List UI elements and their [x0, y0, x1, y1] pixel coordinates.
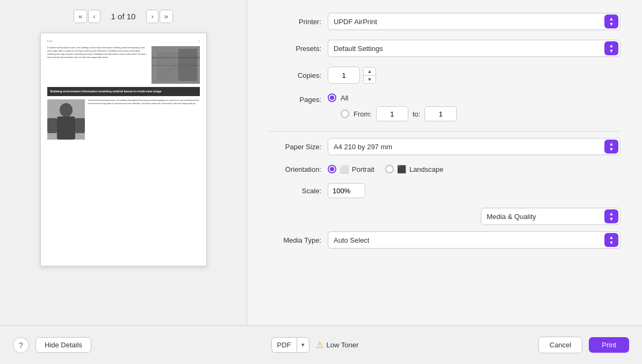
portrait-option[interactable]: ⬜ Portrait — [328, 165, 374, 173]
paper-size-row: Paper Size: A4 210 by 297 mm ▲ ▼ — [269, 138, 621, 155]
pdf-label: PDF — [272, 338, 297, 352]
preview-image-bottom — [47, 99, 85, 140]
preview-page-left: 8 of 9 — [47, 40, 53, 43]
low-toner-label: Low Toner — [327, 341, 359, 349]
copies-input[interactable] — [328, 67, 360, 84]
page-indicator: 1 of 10 — [105, 12, 142, 21]
pdf-button[interactable]: PDF ▾ — [271, 337, 309, 353]
preview-image-top — [152, 46, 200, 84]
pages-from-input[interactable] — [376, 106, 408, 121]
nav-group-back: « ‹ — [74, 10, 100, 23]
svg-point-8 — [60, 103, 73, 117]
svg-rect-10 — [47, 118, 57, 133]
radio-inner — [330, 167, 334, 171]
media-quality-select-wrapper: Media & Quality ▲ ▼ — [481, 208, 621, 225]
media-quality-header: Media & Quality ▲ ▼ — [269, 208, 621, 225]
pages-all-option[interactable]: All — [328, 93, 621, 102]
preview-title: Building environment information modelin… — [47, 87, 200, 97]
printer-row: Printer: UPDF AirPrint ▲ ▼ — [269, 13, 621, 30]
svg-rect-9 — [57, 117, 75, 140]
landscape-label: Landscape — [409, 165, 444, 173]
printer-select[interactable]: UPDF AirPrint — [328, 13, 621, 30]
pages-from-row: From: to: — [341, 106, 621, 121]
nav-group-forward: › » — [146, 10, 173, 23]
low-toner-status: ⚠ Low Toner — [316, 340, 359, 350]
scale-label: Scale: — [269, 187, 328, 195]
media-type-select[interactable]: Auto Select — [328, 231, 621, 249]
copies-increment-button[interactable]: ▲ — [364, 68, 376, 75]
landscape-option[interactable]: ⬛ Landscape — [385, 165, 444, 173]
print-button[interactable]: Print — [589, 337, 629, 353]
copies-stepper: ▲ ▼ — [363, 67, 376, 84]
radio-inner — [330, 96, 334, 100]
printer-control: UPDF AirPrint ▲ ▼ — [328, 13, 621, 30]
portrait-label: Portrait — [352, 165, 374, 173]
pages-to-label: to: — [413, 110, 420, 118]
media-type-label: Media Type: — [269, 236, 328, 244]
svg-rect-11 — [75, 118, 85, 133]
pages-to-input[interactable] — [424, 106, 457, 121]
pages-range-radio[interactable] — [341, 110, 349, 118]
navigation-bar: « ‹ 1 of 10 › » — [0, 0, 247, 33]
page-preview: 8 of 9 1 Combined with practical cases, … — [40, 33, 207, 266]
media-type-control: Auto Select ▲ ▼ — [328, 231, 621, 249]
portrait-icon: ⬜ — [340, 165, 349, 173]
media-quality-select[interactable]: Media & Quality — [481, 208, 621, 225]
landscape-icon: ⬛ — [397, 165, 406, 173]
divider-1 — [269, 131, 621, 132]
prev-page-button[interactable]: ‹ — [88, 10, 100, 23]
paper-size-label: Paper Size: — [269, 143, 328, 151]
scale-row: Scale: — [269, 183, 621, 198]
next-page-button[interactable]: › — [146, 10, 158, 23]
svg-rect-3 — [157, 52, 178, 81]
left-panel: « ‹ 1 of 10 › » 8 of 9 1 Combined with p… — [0, 0, 247, 325]
pages-control: All From: to: — [328, 93, 621, 121]
media-type-row: Media Type: Auto Select ▲ ▼ — [269, 231, 621, 249]
orientation-control: ⬜ Portrait ⬛ Landscape — [328, 165, 621, 173]
scale-control — [328, 183, 621, 198]
pdf-dropdown-icon[interactable]: ▾ — [297, 338, 309, 352]
scale-input[interactable] — [328, 183, 365, 198]
svg-rect-4 — [178, 49, 197, 81]
presets-label: Presets: — [269, 45, 328, 53]
pages-label: Pages: — [269, 96, 328, 104]
presets-control: Default Settings ▲ ▼ — [328, 40, 621, 57]
presets-select[interactable]: Default Settings — [328, 40, 621, 57]
pages-from-label: From: — [354, 110, 372, 118]
orientation-label: Orientation: — [269, 165, 328, 173]
cancel-button[interactable]: Cancel — [538, 337, 582, 353]
landscape-radio[interactable] — [385, 165, 394, 173]
first-page-button[interactable]: « — [74, 10, 87, 23]
copies-decrement-button[interactable]: ▼ — [364, 76, 376, 83]
printer-label: Printer: — [269, 18, 328, 26]
copies-label: Copies: — [269, 71, 328, 79]
paper-size-control: A4 210 by 297 mm ▲ ▼ — [328, 138, 621, 155]
pages-all-radio[interactable] — [328, 93, 336, 102]
orientation-row: Orientation: ⬜ Portrait ⬛ Landscape — [269, 165, 621, 173]
warning-icon: ⚠ — [316, 340, 323, 350]
right-panel: Printer: UPDF AirPrint ▲ ▼ Presets: — [247, 0, 642, 325]
preview-text-top: Combined with practical cases, the build… — [47, 46, 148, 84]
bottom-bar: ? Hide Details PDF ▾ ⚠ Low Toner Cancel … — [0, 325, 642, 364]
copies-control: ▲ ▼ — [328, 67, 621, 84]
portrait-radio[interactable] — [328, 165, 336, 173]
presets-row: Presets: Default Settings ▲ ▼ — [269, 40, 621, 57]
pages-row: Pages: All From: to: — [269, 93, 621, 121]
pages-all-label: All — [341, 94, 348, 102]
last-page-button[interactable]: » — [160, 10, 173, 23]
paper-size-select[interactable]: A4 210 by 297 mm — [328, 138, 621, 155]
copies-row: Copies: ▲ ▼ — [269, 67, 621, 84]
preview-text-bottom: Combined with practical cases, low-altit… — [88, 99, 200, 140]
help-button[interactable]: ? — [13, 337, 29, 353]
preview-page-right: 1 — [198, 40, 199, 43]
hide-details-button[interactable]: Hide Details — [35, 337, 91, 353]
